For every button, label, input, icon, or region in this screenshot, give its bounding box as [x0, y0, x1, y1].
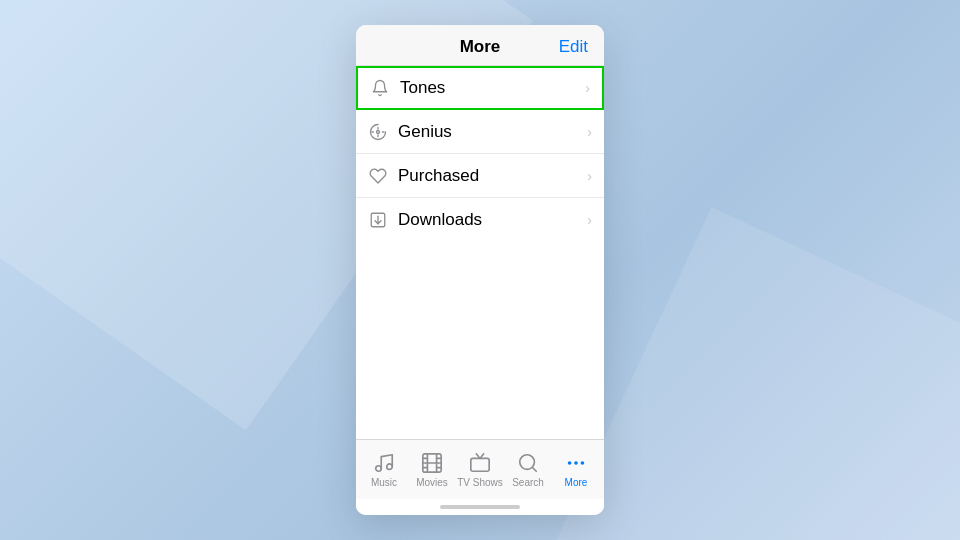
header: More Edit	[356, 25, 604, 66]
svg-point-0	[377, 130, 380, 133]
search-tab-label: Search	[512, 477, 544, 488]
movies-tab-label: Movies	[416, 477, 448, 488]
tab-more[interactable]: More	[552, 451, 600, 488]
purchased-label: Purchased	[398, 166, 583, 186]
more-icon	[564, 451, 588, 475]
list-item-purchased[interactable]: Purchased ›	[356, 154, 604, 198]
downloads-chevron: ›	[587, 212, 592, 228]
tab-movies[interactable]: Movies	[408, 451, 456, 488]
tv-shows-tab-label: TV Shows	[457, 477, 503, 488]
svg-point-3	[376, 466, 382, 472]
genius-label: Genius	[398, 122, 583, 142]
tones-chevron: ›	[585, 80, 590, 96]
tones-label: Tones	[400, 78, 581, 98]
bell-icon	[370, 78, 390, 98]
music-icon	[372, 451, 396, 475]
svg-point-17	[574, 461, 578, 465]
home-indicator	[356, 499, 604, 515]
downloads-icon	[368, 210, 388, 230]
more-tab-label: More	[565, 477, 588, 488]
tab-tv-shows[interactable]: TV Shows	[456, 451, 504, 488]
tab-search[interactable]: Search	[504, 451, 552, 488]
genius-icon	[368, 122, 388, 142]
music-tab-label: Music	[371, 477, 397, 488]
search-icon	[516, 451, 540, 475]
list-item-downloads[interactable]: Downloads ›	[356, 198, 604, 242]
menu-list: Tones › Genius › Purchased ›	[356, 66, 604, 439]
downloads-label: Downloads	[398, 210, 583, 230]
svg-point-16	[568, 461, 572, 465]
phone-frame: More Edit Tones › Geni	[356, 25, 604, 515]
purchased-chevron: ›	[587, 168, 592, 184]
tv-shows-icon	[468, 451, 492, 475]
svg-point-4	[387, 464, 393, 470]
movies-icon	[420, 451, 444, 475]
svg-rect-13	[471, 458, 489, 471]
edit-button[interactable]: Edit	[559, 37, 588, 57]
home-indicator-bar	[440, 505, 520, 509]
tab-bar: Music Movies	[356, 439, 604, 499]
purchased-icon	[368, 166, 388, 186]
list-item-genius[interactable]: Genius ›	[356, 110, 604, 154]
genius-chevron: ›	[587, 124, 592, 140]
header-title: More	[460, 37, 501, 57]
tab-music[interactable]: Music	[360, 451, 408, 488]
list-item-tones[interactable]: Tones ›	[356, 66, 604, 110]
svg-line-15	[532, 467, 536, 471]
svg-point-18	[581, 461, 585, 465]
